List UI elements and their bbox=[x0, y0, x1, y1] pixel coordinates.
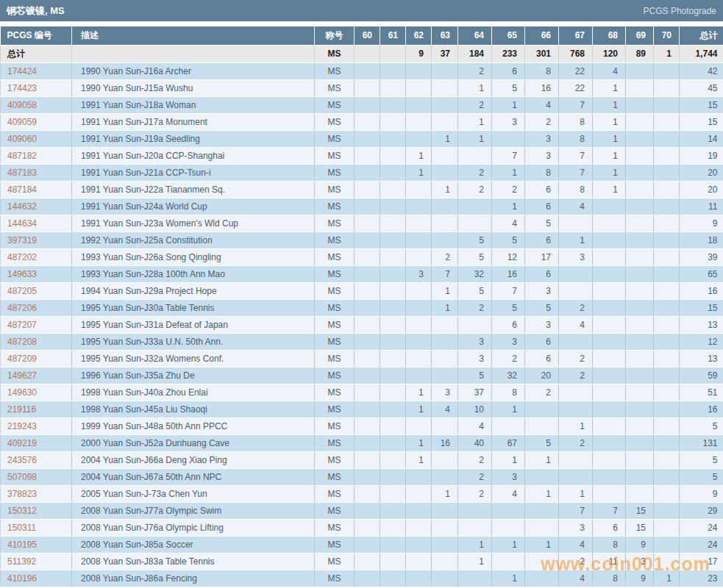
grade-64-count bbox=[458, 519, 492, 536]
pcgs-number-link[interactable]: 149633 bbox=[1, 265, 72, 282]
pcgs-number-link[interactable]: 487206 bbox=[1, 299, 72, 316]
pcgs-number-link[interactable]: 149630 bbox=[1, 384, 72, 401]
coin-description: 1991 Yuan Sun-J17a Monument bbox=[72, 113, 315, 130]
grade-66-count: 1 bbox=[525, 485, 559, 502]
grade-66-count: 4 bbox=[525, 96, 559, 113]
grade-62-count bbox=[406, 181, 432, 198]
designation-cell: MS bbox=[315, 485, 355, 502]
grade-61-count bbox=[380, 316, 406, 333]
grade-63-count bbox=[432, 96, 458, 113]
grade-67-count: 4 bbox=[559, 570, 593, 587]
grade-67-count: 2 bbox=[559, 367, 593, 384]
pcgs-number-link[interactable]: 487183 bbox=[1, 164, 72, 181]
grade-70-count bbox=[654, 113, 680, 130]
grade-60-count bbox=[355, 502, 380, 519]
row-total: 5 bbox=[680, 451, 723, 468]
row-total: 15 bbox=[680, 113, 723, 130]
column-header-description: 描述 bbox=[72, 26, 315, 45]
grade-66-count: 6 bbox=[525, 350, 559, 367]
pcgs-number-link[interactable]: 144632 bbox=[1, 198, 72, 215]
total-row-desc bbox=[72, 45, 315, 62]
pcgs-number-link[interactable]: 507098 bbox=[1, 468, 72, 485]
pcgs-number-link[interactable]: 487208 bbox=[1, 333, 72, 350]
pcgs-number-link[interactable]: 397319 bbox=[1, 232, 72, 248]
grade-60-count bbox=[355, 519, 380, 536]
grade-63-count bbox=[432, 519, 458, 536]
grade-62-count bbox=[406, 215, 432, 232]
grade-63-count: 4 bbox=[432, 401, 458, 417]
grade-66-count bbox=[525, 570, 559, 587]
column-header-grade-65: 65 bbox=[492, 26, 525, 45]
pcgs-number-link[interactable]: 150312 bbox=[1, 502, 72, 519]
grade-65-count: 5 bbox=[492, 232, 525, 248]
row-total: 15 bbox=[680, 96, 723, 113]
grade-69-count bbox=[626, 147, 654, 164]
coin-description: 1991 Yuan Sun-J24a World Cup bbox=[72, 198, 315, 215]
pcgs-number-link[interactable]: 149627 bbox=[1, 367, 72, 384]
pcgs-number-link[interactable]: 410195 bbox=[1, 536, 72, 553]
grade-67-count bbox=[559, 451, 593, 468]
pcgs-number-link[interactable]: 487184 bbox=[1, 181, 72, 198]
table-header: PCGS 编号 描述 称号 60 61 62 63 64 65 66 67 68… bbox=[1, 26, 723, 45]
grade-63-count: 16 bbox=[432, 434, 458, 451]
grade-63-count bbox=[432, 536, 458, 553]
grade-68-count bbox=[593, 299, 626, 316]
pcgs-photograde-link[interactable]: PCGS Photograde bbox=[644, 6, 716, 16]
row-total: 39 bbox=[680, 248, 723, 265]
pcgs-number-link[interactable]: 487202 bbox=[1, 248, 72, 265]
pcgs-number-link[interactable]: 174424 bbox=[1, 62, 72, 79]
grade-67-count: 2 bbox=[559, 299, 593, 316]
column-header-grade-62: 62 bbox=[406, 26, 432, 45]
pcgs-number-link[interactable]: 487205 bbox=[1, 282, 72, 299]
table-row: 1744231990 Yuan Sun-J15a WushuMS15162214… bbox=[1, 79, 723, 96]
grade-69-count bbox=[626, 164, 654, 181]
pcgs-number-link[interactable]: 378823 bbox=[1, 485, 72, 502]
grade-69-count bbox=[626, 248, 654, 265]
pcgs-number-link[interactable]: 511392 bbox=[1, 553, 72, 570]
grade-64-count: 5 bbox=[458, 232, 492, 248]
coin-description: 1991 Yuan Sun-J21a CCP-Tsun-i bbox=[72, 164, 315, 181]
coin-description: 2008 Yuan Sun-J85a Soccer bbox=[72, 536, 315, 553]
grade-66-count: 5 bbox=[525, 434, 559, 451]
pcgs-number-link[interactable]: 409219 bbox=[1, 434, 72, 451]
total-grade-70: 1 bbox=[654, 45, 680, 62]
coin-description: 2008 Yuan Sun-J77a Olympic Swim bbox=[72, 502, 315, 519]
pcgs-number-link[interactable]: 409060 bbox=[1, 130, 72, 147]
grade-69-count bbox=[626, 384, 654, 401]
grade-60-count bbox=[355, 434, 380, 451]
grade-70-count bbox=[654, 468, 680, 485]
row-total: 131 bbox=[680, 434, 723, 451]
grade-67-count: 1 bbox=[559, 232, 593, 248]
grade-60-count bbox=[355, 417, 380, 434]
grade-70-count bbox=[654, 265, 680, 282]
grade-65-count: 12 bbox=[492, 248, 525, 265]
grade-64-count: 2 bbox=[458, 485, 492, 502]
pcgs-number-link[interactable]: 243576 bbox=[1, 451, 72, 468]
grade-60-count bbox=[355, 350, 380, 367]
grade-66-count: 6 bbox=[525, 181, 559, 198]
column-header-grade-67: 67 bbox=[559, 26, 593, 45]
pcgs-number-link[interactable]: 487207 bbox=[1, 316, 72, 333]
pcgs-number-link[interactable]: 410196 bbox=[1, 570, 72, 587]
pcgs-number-link[interactable]: 144634 bbox=[1, 215, 72, 232]
pcgs-number-link[interactable]: 174423 bbox=[1, 79, 72, 96]
grade-68-count: 6 bbox=[593, 519, 626, 536]
pcgs-number-link[interactable]: 219243 bbox=[1, 417, 72, 434]
grade-68-count: 1 bbox=[593, 147, 626, 164]
pcgs-number-link[interactable]: 409058 bbox=[1, 96, 72, 113]
grade-69-count bbox=[626, 232, 654, 248]
grade-69-count bbox=[626, 198, 654, 215]
pcgs-number-link[interactable]: 409059 bbox=[1, 113, 72, 130]
grade-63-count bbox=[432, 553, 458, 570]
grade-63-count bbox=[432, 350, 458, 367]
grade-68-count bbox=[593, 485, 626, 502]
grade-62-count bbox=[406, 485, 432, 502]
grade-60-count bbox=[355, 79, 380, 96]
grade-63-count bbox=[432, 62, 458, 79]
pcgs-number-link[interactable]: 219116 bbox=[1, 401, 72, 417]
row-total: 24 bbox=[680, 519, 723, 536]
pcgs-number-link[interactable]: 150311 bbox=[1, 519, 72, 536]
pcgs-number-link[interactable]: 487209 bbox=[1, 350, 72, 367]
grade-70-count bbox=[654, 62, 680, 79]
pcgs-number-link[interactable]: 487182 bbox=[1, 147, 72, 164]
